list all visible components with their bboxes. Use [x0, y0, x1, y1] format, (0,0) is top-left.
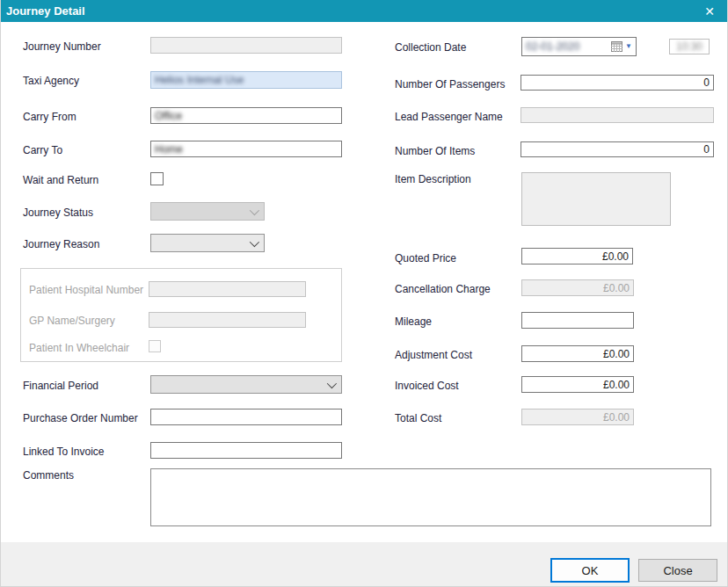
linked-to-invoice-label: Linked To Invoice — [23, 446, 105, 458]
chevron-down-icon — [327, 378, 337, 388]
adjustment-cost-label: Adjustment Cost — [395, 349, 472, 361]
taxi-agency-field[interactable]: Helios Internal Use — [150, 71, 342, 89]
patient-in-wheelchair-label: Patient In Wheelchair — [29, 342, 129, 354]
carry-to-field[interactable]: Home — [150, 141, 342, 157]
cancellation-charge-field: £0.00 — [521, 279, 634, 296]
collection-time-field[interactable]: 10:30 — [669, 39, 710, 54]
mileage-field[interactable] — [521, 312, 634, 329]
collection-time-value: 10:30 — [676, 40, 703, 53]
journey-number-field — [150, 37, 342, 54]
patient-in-wheelchair-checkbox — [149, 340, 161, 352]
adjustment-cost-field[interactable]: £0.00 — [521, 345, 634, 362]
ok-button[interactable]: OK — [550, 558, 630, 583]
item-description-field — [521, 172, 671, 226]
gp-name-surgery-field — [149, 312, 306, 328]
purchase-order-number-field[interactable] — [150, 409, 342, 425]
linked-to-invoice-field[interactable] — [150, 442, 342, 459]
journey-status-label: Journey Status — [23, 207, 93, 219]
financial-period-dropdown[interactable] — [150, 375, 342, 394]
invoiced-cost-label: Invoiced Cost — [395, 380, 459, 392]
collection-date-value: 02-01-2020 — [522, 40, 611, 53]
patient-hospital-number-field — [149, 281, 306, 297]
dialog-title: Journey Detail — [1, 4, 85, 18]
close-button[interactable]: Close — [638, 559, 717, 582]
number-of-items-label: Number Of Items — [395, 145, 475, 157]
collection-date-picker[interactable]: 02-01-2020 ▼ — [521, 37, 637, 56]
lead-passenger-name-field — [521, 107, 714, 123]
carry-from-label: Carry From — [23, 111, 76, 123]
number-of-passengers-label: Number Of Passengers — [395, 78, 505, 91]
wait-and-return-label: Wait and Return — [23, 174, 98, 186]
financial-period-label: Financial Period — [23, 380, 98, 392]
carry-from-value: Office — [155, 110, 182, 122]
comments-textarea[interactable] — [150, 468, 711, 526]
quoted-price-label: Quoted Price — [395, 252, 456, 265]
collection-date-label: Collection Date — [395, 41, 466, 54]
title-bar: Journey Detail ✕ — [1, 0, 728, 22]
patient-hospital-number-label: Patient Hospital Number — [29, 284, 143, 296]
invoiced-cost-field[interactable]: £0.00 — [521, 376, 634, 393]
dropdown-arrow-icon: ▼ — [625, 43, 632, 50]
total-cost-field: £0.00 — [521, 409, 634, 425]
quoted-price-field[interactable]: £0.00 — [521, 248, 633, 265]
chevron-down-icon — [250, 205, 259, 214]
number-of-passengers-field[interactable]: 0 — [521, 75, 714, 91]
taxi-agency-label: Taxi Agency — [23, 75, 79, 87]
lead-passenger-name-label: Lead Passenger Name — [395, 111, 503, 123]
journey-status-dropdown — [150, 202, 265, 221]
close-icon[interactable]: ✕ — [697, 0, 722, 22]
chevron-down-icon — [250, 236, 259, 246]
mileage-label: Mileage — [395, 315, 432, 328]
carry-to-value: Home — [155, 143, 183, 156]
wait-and-return-checkbox[interactable] — [150, 172, 164, 185]
comments-label: Comments — [23, 469, 74, 482]
journey-reason-dropdown[interactable] — [150, 234, 265, 252]
journey-reason-label: Journey Reason — [23, 238, 99, 250]
cancellation-charge-label: Cancellation Charge — [395, 283, 491, 295]
purchase-order-number-label: Purchase Order Number — [23, 412, 138, 424]
journey-number-label: Journey Number — [23, 40, 101, 53]
calendar-icon — [611, 41, 622, 52]
gp-name-surgery-label: GP Name/Surgery — [29, 315, 115, 327]
number-of-items-field[interactable]: 0 — [521, 141, 714, 157]
total-cost-label: Total Cost — [395, 412, 441, 424]
item-description-label: Item Description — [395, 173, 471, 185]
journey-detail-dialog: Journey Detail ✕ Journey Number Taxi Age… — [0, 0, 728, 587]
carry-to-label: Carry To — [23, 144, 62, 156]
taxi-agency-value: Helios Internal Use — [155, 74, 244, 86]
carry-from-field[interactable]: Office — [150, 107, 342, 124]
